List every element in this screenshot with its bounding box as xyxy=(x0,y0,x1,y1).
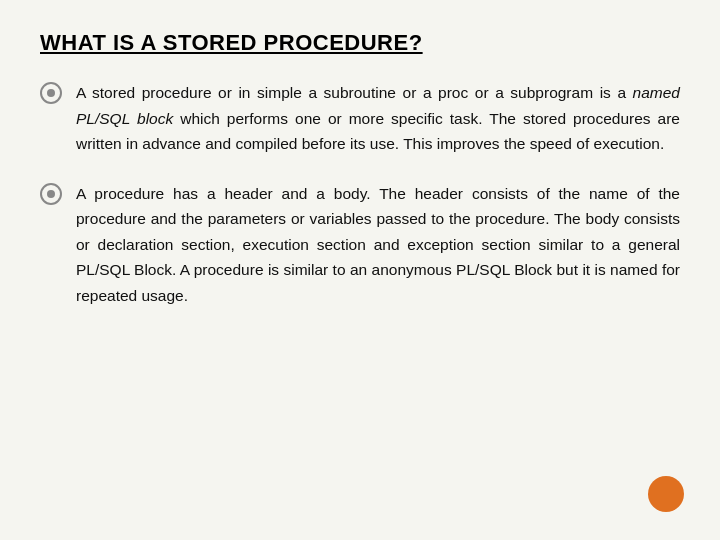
slide-container: WHAT IS A STORED PROCEDURE? A stored pro… xyxy=(0,0,720,540)
bullet-icon-1 xyxy=(40,82,62,104)
slide-title: WHAT IS A STORED PROCEDURE? xyxy=(40,30,680,56)
bullet-icon-2 xyxy=(40,183,62,205)
paragraph1-text: A stored procedure or in simple a subrou… xyxy=(76,80,680,157)
paragraph2-section: A procedure has a header and a body. The… xyxy=(40,181,680,309)
paragraph1-section: A stored procedure or in simple a subrou… xyxy=(40,80,680,157)
paragraph2-text: A procedure has a header and a body. The… xyxy=(76,181,680,309)
italic-text: named PL/SQL block xyxy=(76,84,680,127)
orange-circle xyxy=(648,476,684,512)
